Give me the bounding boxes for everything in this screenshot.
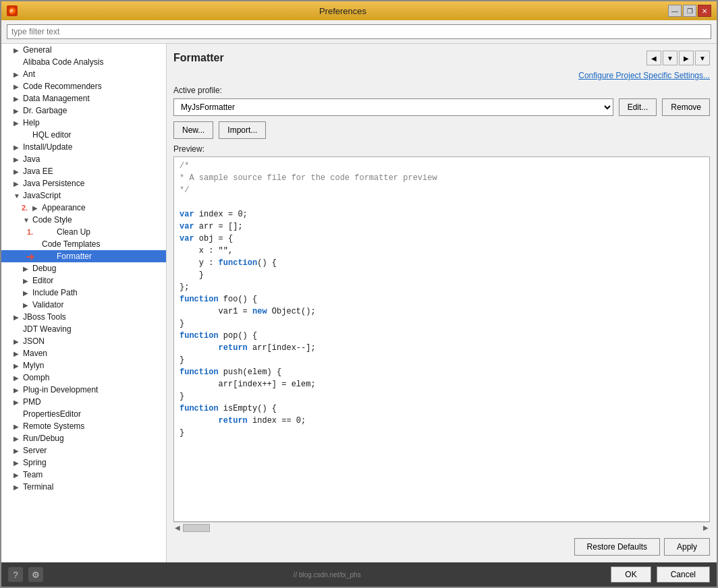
sidebar-label-data-management: Data Management <box>23 94 90 103</box>
cancel-button[interactable]: Cancel <box>657 566 710 583</box>
title-bar: P Preferences — ❐ ✕ <box>1 1 717 20</box>
ok-button[interactable]: OK <box>611 566 651 583</box>
sidebar-item-code-recommenders[interactable]: ▶ Code Recommenders <box>1 80 166 92</box>
forward-dropdown-button[interactable]: ▼ <box>663 51 678 65</box>
sidebar-label-general: General <box>23 45 52 55</box>
scrollbar-thumb[interactable] <box>183 524 210 532</box>
expand-arrow-plug-in-dev: ▶ <box>13 386 23 394</box>
sidebar-item-jboss-tools[interactable]: ▶ JBoss Tools <box>1 311 166 323</box>
sidebar-item-code-style[interactable]: ▼ Code Style <box>1 214 166 226</box>
sidebar-item-json[interactable]: ▶ JSON <box>1 335 166 347</box>
sidebar-label-code-templates: Code Templates <box>42 239 101 249</box>
expand-arrow-server: ▶ <box>13 447 23 454</box>
forward-button[interactable]: ▶ <box>679 51 694 65</box>
sidebar-label-remote-systems: Remote Systems <box>23 421 84 431</box>
code-line-3: */ <box>180 184 704 196</box>
expand-arrow-general: ▶ <box>13 47 23 54</box>
remove-button[interactable]: Remove <box>662 98 710 116</box>
edit-button[interactable]: Edit... <box>619 98 657 116</box>
sidebar-item-help[interactable]: ▶ Help <box>1 117 166 129</box>
restore-defaults-button[interactable]: Restore Defaults <box>574 538 660 556</box>
sidebar-item-java-persistence[interactable]: ▶ Java Persistence <box>1 177 166 189</box>
sidebar-label-ant: Ant <box>23 69 35 79</box>
sidebar-item-data-management[interactable]: ▶ Data Management <box>1 92 166 105</box>
back-button[interactable]: ◀ <box>646 51 661 65</box>
sidebar-label-javascript: JavaScript <box>23 191 61 200</box>
bottom-icons: ? ⚙ <box>8 567 43 582</box>
expand-arrow-ant: ▶ <box>13 71 23 78</box>
sidebar-item-editor[interactable]: ▶ Editor <box>1 274 166 287</box>
sidebar-item-dr-garbage[interactable]: ▶ Dr. Garbage <box>1 105 166 117</box>
new-import-row: New... Import... <box>173 121 710 139</box>
sidebar-item-debug[interactable]: ▶ Debug <box>1 262 166 274</box>
sidebar-item-spring[interactable]: ▶ Spring <box>1 457 166 469</box>
import-button[interactable]: Import... <box>219 121 266 139</box>
sidebar-item-remote-systems[interactable]: ▶ Remote Systems <box>1 420 166 432</box>
sidebar-label-appearance: Appearance <box>42 203 86 212</box>
sidebar-item-run-debug[interactable]: ▶ Run/Debug <box>1 432 166 444</box>
code-line-13: } <box>180 318 704 330</box>
window-bottom-bar: ? ⚙ // blog.csdn.net/tx_phs OK Cancel <box>1 562 717 587</box>
sidebar-label-java-ee: Java EE <box>23 167 53 176</box>
sidebar-item-include-path[interactable]: ▶ Include Path <box>1 287 166 299</box>
expand-arrow-jboss-tools: ▶ <box>13 314 23 321</box>
sidebar-tree: ▶ General Alibaba Code Analysis ▶ Ant ▶ … <box>1 44 166 493</box>
profile-select[interactable]: MyJsFormatter <box>173 98 613 116</box>
sidebar-label-dr-garbage: Dr. Garbage <box>23 106 67 115</box>
horizontal-scrollbar[interactable]: ◀ ▶ <box>173 522 710 533</box>
expand-arrow-remote-systems: ▶ <box>13 423 23 430</box>
sidebar-item-java-ee[interactable]: ▶ Java EE <box>1 165 166 177</box>
code-line-19: } <box>180 390 704 403</box>
code-preview: /* * A sample source file for the code f… <box>173 156 710 522</box>
forward2-dropdown-button[interactable]: ▼ <box>695 51 710 65</box>
sidebar-item-terminal[interactable]: ▶ Terminal <box>1 481 166 493</box>
svg-text:P: P <box>10 9 13 13</box>
expand-arrow-data-management: ▶ <box>13 95 23 102</box>
settings-icon[interactable]: ⚙ <box>28 567 43 582</box>
app-icon: P <box>7 5 18 16</box>
sidebar-item-ant[interactable]: ▶ Ant <box>1 68 166 80</box>
sidebar-item-maven[interactable]: ▶ Maven <box>1 347 166 359</box>
sidebar-label-terminal: Terminal <box>23 482 53 492</box>
sidebar-item-pmd[interactable]: ▶ PMD <box>1 396 166 408</box>
sidebar-item-properties-editor[interactable]: PropertiesEditor <box>1 408 166 420</box>
sidebar-item-jdt-weaving[interactable]: JDT Weaving <box>1 323 166 335</box>
code-line-6: var obj = { <box>180 233 704 245</box>
search-input[interactable] <box>7 24 711 39</box>
new-button[interactable]: New... <box>173 121 213 139</box>
configure-project-link[interactable]: Configure Project Specific Settings... <box>578 71 710 80</box>
code-line-7: x : "", <box>180 245 704 257</box>
expand-arrow-pmd: ▶ <box>13 399 23 406</box>
sidebar-item-team[interactable]: ▶ Team <box>1 469 166 481</box>
sidebar-item-java[interactable]: ▶ Java <box>1 153 166 165</box>
apply-button[interactable]: Apply <box>664 538 710 556</box>
sidebar-item-install-update[interactable]: ▶ Install/Update <box>1 141 166 153</box>
sidebar-item-validator[interactable]: ▶ Validator <box>1 299 166 311</box>
sidebar-label-formatter: Formatter <box>57 252 92 261</box>
sidebar-item-javascript[interactable]: ▼ JavaScript <box>1 189 166 202</box>
sidebar-item-oomph[interactable]: ▶ Oomph <box>1 372 166 384</box>
sidebar: ▶ General Alibaba Code Analysis ▶ Ant ▶ … <box>1 44 167 562</box>
expand-arrow-terminal: ▶ <box>13 483 23 491</box>
maximize-button[interactable]: ❐ <box>683 5 696 17</box>
code-line-5: var arr = []; <box>180 220 704 233</box>
preview-label: Preview: <box>173 144 710 154</box>
minimize-button[interactable]: — <box>668 5 682 17</box>
expand-arrow-dr-garbage: ▶ <box>13 107 23 115</box>
sidebar-item-code-templates[interactable]: Code Templates <box>1 238 166 250</box>
sidebar-label-help: Help <box>23 118 40 127</box>
sidebar-item-server[interactable]: ▶ Server <box>1 444 166 457</box>
window-controls: — ❐ ✕ <box>668 5 711 17</box>
close-button[interactable]: ✕ <box>698 5 711 17</box>
sidebar-item-general[interactable]: ▶ General <box>1 44 166 56</box>
sidebar-item-hql-editor[interactable]: HQL editor <box>1 129 166 141</box>
annotation-arrow: ➜ <box>26 250 34 263</box>
sidebar-item-alibaba[interactable]: Alibaba Code Analysis <box>1 56 166 68</box>
panel-header: Formatter ◀ ▼ ▶ ▼ <box>173 51 710 65</box>
sidebar-label-jboss-tools: JBoss Tools <box>23 312 66 322</box>
sidebar-label-hql-editor: HQL editor <box>32 130 72 140</box>
sidebar-item-plug-in-dev[interactable]: ▶ Plug-in Development <box>1 384 166 396</box>
sidebar-item-clean-up[interactable]: Clean Up <box>1 226 166 238</box>
help-icon[interactable]: ? <box>8 567 23 582</box>
sidebar-item-mylyn[interactable]: ▶ Mylyn <box>1 359 166 372</box>
